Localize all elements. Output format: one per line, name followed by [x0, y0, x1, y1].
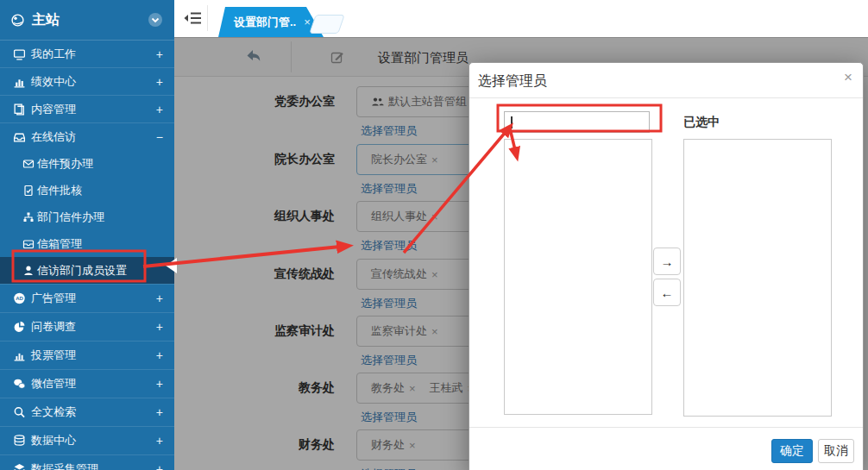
expand-toggle-icon[interactable]: +: [156, 434, 163, 448]
database-icon: [13, 435, 26, 448]
sidebar-item-label: 在线信访: [31, 129, 76, 145]
sidebar-subitem-petition-dept-members[interactable]: 信访部门成员设置: [0, 257, 174, 284]
search-icon: [13, 406, 26, 419]
arrow-right-icon: →: [661, 254, 674, 269]
site-title: 主站: [32, 11, 60, 29]
select-admin-dialog: 选择管理员 × 已选中 → ← 确定 取消: [469, 62, 864, 470]
wechat-icon: [13, 378, 26, 391]
content-icon: [13, 103, 26, 116]
sidebar-item-content-mgmt[interactable]: 内容管理 +: [0, 95, 174, 122]
arrow-left-icon: ←: [661, 285, 674, 300]
inbox-icon: [13, 130, 26, 143]
available-admins-list[interactable]: [504, 139, 652, 415]
sidebar: 主站 我的工作 + 绩效中心 + 内容管理 + 在线信访 − 信件预办理: [0, 0, 174, 470]
text-caret: [511, 116, 513, 128]
svg-text:AD: AD: [16, 296, 23, 301]
sitemap-icon: [22, 211, 35, 223]
expand-toggle-icon[interactable]: +: [156, 103, 163, 116]
app-root: 主站 我的工作 + 绩效中心 + 内容管理 + 在线信访 − 信件预办理: [0, 0, 868, 470]
sidebar-item-my-work[interactable]: 我的工作 +: [0, 41, 174, 67]
expand-toggle-icon[interactable]: +: [156, 320, 163, 334]
sidebar-item-label: 内容管理: [31, 102, 76, 117]
sidebar-item-label: 信件预办理: [37, 156, 93, 172]
sidebar-item-label: 微信管理: [31, 376, 76, 392]
sidebar-item-wechat-mgmt[interactable]: 微信管理 +: [0, 369, 174, 398]
bar-chart-icon: [13, 75, 26, 88]
active-item-pointer-icon: [166, 258, 177, 273]
sidebar-item-label: 问卷调查: [31, 319, 76, 335]
move-left-button[interactable]: ←: [653, 279, 681, 306]
tab-close-icon[interactable]: ×: [304, 16, 311, 28]
layers-icon: [13, 463, 26, 470]
sidebar-header: 主站: [0, 0, 174, 41]
expand-toggle-icon[interactable]: +: [156, 462, 163, 470]
sidebar-item-label: 数据采集管理: [31, 461, 98, 470]
globe-icon: [10, 13, 25, 28]
pie-chart-icon: [13, 321, 26, 334]
sidebar-item-ad-mgmt[interactable]: AD 广告管理 +: [0, 284, 174, 312]
dialog-header: 选择管理员 ×: [469, 63, 863, 98]
desktop-icon: [13, 47, 26, 60]
expand-toggle-icon[interactable]: +: [156, 405, 163, 419]
sidebar-item-data-collection[interactable]: 数据采集管理 +: [0, 454, 174, 470]
sidebar-item-vote-mgmt[interactable]: 投票管理 +: [0, 341, 174, 369]
sidebar-item-label: 部门信件办理: [37, 210, 104, 225]
expand-toggle-icon[interactable]: +: [156, 75, 163, 89]
ad-icon: AD: [13, 292, 26, 305]
sidebar-item-label: 我的工作: [31, 47, 76, 62]
sidebar-subitem-mailbox-mgmt[interactable]: 信箱管理: [0, 230, 174, 257]
selected-list-label: 已选中: [683, 115, 720, 130]
sidebar-subitem-dept-letter-handling[interactable]: 部门信件办理: [0, 204, 174, 230]
poll-icon: [13, 349, 26, 362]
envelope-icon: [22, 158, 35, 170]
sidebar-item-label: 信访部门成员设置: [37, 263, 127, 279]
dialog-close-icon[interactable]: ×: [844, 70, 852, 85]
sidebar-collapse-icon[interactable]: [183, 10, 202, 26]
chevron-down-circle-icon[interactable]: [148, 12, 163, 28]
move-right-button[interactable]: →: [653, 248, 681, 275]
tab-set-dept-admin[interactable]: 设置部门管.. ×: [218, 7, 324, 37]
sidebar-subitem-letter-preprocess[interactable]: 信件预办理: [0, 150, 174, 177]
collapse-toggle-icon[interactable]: −: [156, 130, 163, 144]
sidebar-item-label: 绩效中心: [31, 74, 76, 90]
sidebar-item-data-center[interactable]: 数据中心 +: [0, 426, 174, 454]
sidebar-item-fulltext-search[interactable]: 全文检索 +: [0, 398, 174, 426]
mailbox-icon: [22, 238, 35, 250]
sidebar-item-survey[interactable]: 问卷调查 +: [0, 312, 174, 341]
sidebar-item-label: 广告管理: [31, 291, 76, 306]
expand-toggle-icon[interactable]: +: [156, 47, 163, 61]
topbar-divider: [207, 5, 208, 31]
dialog-title: 选择管理员: [478, 72, 547, 91]
sidebar-item-label: 信件批核: [37, 183, 82, 198]
sidebar-item-label: 信箱管理: [37, 236, 82, 252]
file-check-icon: [22, 185, 35, 197]
selected-admins-list[interactable]: [683, 139, 832, 417]
user-icon: [22, 265, 35, 277]
sidebar-item-label: 投票管理: [31, 348, 76, 363]
expand-toggle-icon[interactable]: +: [156, 348, 163, 362]
sidebar-item-performance[interactable]: 绩效中心 +: [0, 67, 174, 95]
expand-toggle-icon[interactable]: +: [156, 377, 163, 391]
sidebar-subitem-letter-approval[interactable]: 信件批核: [0, 177, 174, 204]
sidebar-item-online-petition[interactable]: 在线信访 −: [0, 122, 174, 150]
admin-search-input[interactable]: [504, 111, 650, 133]
sidebar-item-label: 数据中心: [31, 433, 76, 448]
confirm-button[interactable]: 确定: [771, 439, 813, 463]
new-tab-ghost: [309, 15, 345, 34]
expand-toggle-icon[interactable]: +: [156, 291, 163, 305]
tab-label: 设置部门管..: [234, 15, 296, 30]
topbar: 设置部门管.. ×: [174, 0, 868, 38]
cancel-button[interactable]: 取消: [818, 439, 854, 463]
dialog-footer: 确定 取消: [469, 427, 863, 470]
sidebar-item-label: 全文检索: [31, 404, 76, 420]
